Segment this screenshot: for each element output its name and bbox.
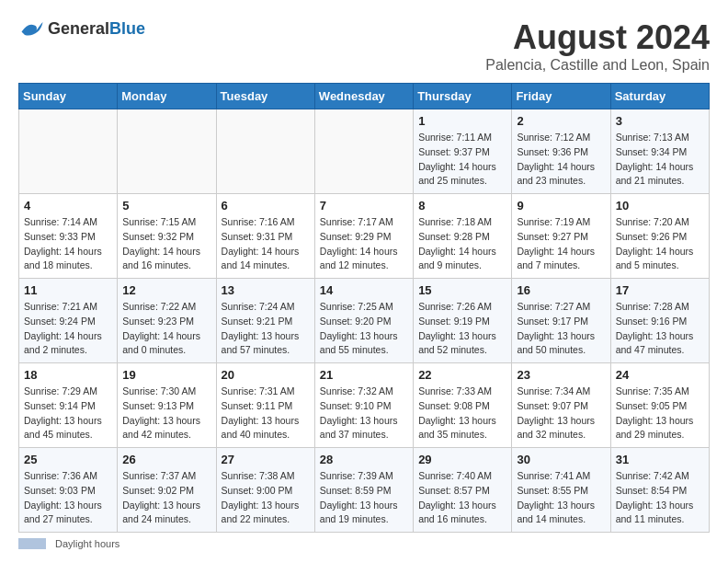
day-info: Sunrise: 7:36 AM Sunset: 9:03 PM Dayligh…: [24, 469, 112, 527]
day-info: Sunrise: 7:14 AM Sunset: 9:33 PM Dayligh…: [24, 215, 112, 273]
calendar-cell: 18Sunrise: 7:29 AM Sunset: 9:14 PM Dayli…: [19, 363, 118, 448]
calendar-cell: 14Sunrise: 7:25 AM Sunset: 9:20 PM Dayli…: [314, 279, 413, 363]
day-number: 2: [517, 114, 605, 128]
calendar-cell: 26Sunrise: 7:37 AM Sunset: 9:02 PM Dayli…: [118, 448, 216, 533]
day-info: Sunrise: 7:15 AM Sunset: 9:32 PM Dayligh…: [122, 215, 210, 273]
header-row: SundayMondayTuesdayWednesdayThursdayFrid…: [19, 84, 710, 109]
calendar-cell: 4Sunrise: 7:14 AM Sunset: 9:33 PM Daylig…: [19, 194, 118, 279]
day-number: 8: [418, 199, 506, 213]
day-info: Sunrise: 7:38 AM Sunset: 9:00 PM Dayligh…: [222, 469, 310, 527]
day-number: 21: [320, 368, 408, 382]
day-number: 3: [616, 114, 704, 128]
week-row-2: 4Sunrise: 7:14 AM Sunset: 9:33 PM Daylig…: [19, 194, 710, 279]
header-day-thursday: Thursday: [414, 84, 512, 109]
logo-bird-icon: [18, 18, 44, 39]
day-number: 24: [616, 368, 704, 382]
day-info: Sunrise: 7:16 AM Sunset: 9:31 PM Dayligh…: [222, 215, 310, 273]
title-area: August 2024 Palencia, Castille and Leon,…: [485, 18, 710, 74]
day-number: 17: [616, 283, 704, 297]
week-row-1: 1Sunrise: 7:11 AM Sunset: 9:37 PM Daylig…: [19, 109, 710, 194]
calendar-cell: 20Sunrise: 7:31 AM Sunset: 9:11 PM Dayli…: [216, 363, 314, 448]
day-number: 18: [24, 368, 112, 382]
day-number: 20: [222, 368, 310, 382]
day-info: Sunrise: 7:37 AM Sunset: 9:02 PM Dayligh…: [122, 469, 210, 527]
week-row-4: 18Sunrise: 7:29 AM Sunset: 9:14 PM Dayli…: [19, 363, 710, 448]
header-day-saturday: Saturday: [610, 84, 709, 109]
calendar-cell: 1Sunrise: 7:11 AM Sunset: 9:37 PM Daylig…: [414, 109, 512, 194]
day-info: Sunrise: 7:27 AM Sunset: 9:17 PM Dayligh…: [517, 300, 605, 358]
day-number: 28: [320, 453, 408, 466]
day-number: 29: [418, 453, 506, 466]
day-info: Sunrise: 7:33 AM Sunset: 9:08 PM Dayligh…: [418, 385, 506, 442]
week-row-3: 11Sunrise: 7:21 AM Sunset: 9:24 PM Dayli…: [19, 279, 710, 363]
calendar-cell: 5Sunrise: 7:15 AM Sunset: 9:32 PM Daylig…: [118, 194, 216, 279]
calendar-cell: 30Sunrise: 7:41 AM Sunset: 8:55 PM Dayli…: [512, 448, 610, 533]
calendar-cell: 15Sunrise: 7:26 AM Sunset: 9:19 PM Dayli…: [414, 279, 512, 363]
day-info: Sunrise: 7:20 AM Sunset: 9:26 PM Dayligh…: [616, 215, 704, 273]
day-number: 15: [418, 283, 506, 297]
header-day-tuesday: Tuesday: [216, 84, 314, 109]
day-number: 11: [24, 283, 112, 297]
calendar-cell: 8Sunrise: 7:18 AM Sunset: 9:28 PM Daylig…: [414, 194, 512, 279]
calendar-cell: [118, 109, 216, 194]
day-info: Sunrise: 7:17 AM Sunset: 9:29 PM Dayligh…: [320, 215, 408, 273]
header-day-friday: Friday: [512, 84, 610, 109]
day-number: 6: [222, 199, 310, 213]
header-day-sunday: Sunday: [19, 84, 118, 109]
calendar-cell: 21Sunrise: 7:32 AM Sunset: 9:10 PM Dayli…: [314, 363, 413, 448]
calendar-cell: 27Sunrise: 7:38 AM Sunset: 9:00 PM Dayli…: [216, 448, 314, 533]
day-number: 14: [320, 283, 408, 297]
day-info: Sunrise: 7:40 AM Sunset: 8:57 PM Dayligh…: [418, 469, 506, 527]
footer-bar: Daylight hours: [18, 538, 710, 549]
calendar-cell: 22Sunrise: 7:33 AM Sunset: 9:08 PM Dayli…: [414, 363, 512, 448]
calendar-cell: [314, 109, 413, 194]
day-number: 1: [418, 114, 506, 128]
day-number: 30: [517, 453, 605, 466]
day-info: Sunrise: 7:34 AM Sunset: 9:07 PM Dayligh…: [517, 385, 605, 442]
week-row-5: 25Sunrise: 7:36 AM Sunset: 9:03 PM Dayli…: [19, 448, 710, 533]
calendar-cell: 7Sunrise: 7:17 AM Sunset: 9:29 PM Daylig…: [314, 194, 413, 279]
day-number: 5: [122, 199, 210, 213]
day-info: Sunrise: 7:25 AM Sunset: 9:20 PM Dayligh…: [320, 300, 408, 358]
day-info: Sunrise: 7:24 AM Sunset: 9:21 PM Dayligh…: [222, 300, 310, 358]
calendar-cell: 31Sunrise: 7:42 AM Sunset: 8:54 PM Dayli…: [610, 448, 709, 533]
calendar-cell: 9Sunrise: 7:19 AM Sunset: 9:27 PM Daylig…: [512, 194, 610, 279]
day-number: 26: [122, 453, 210, 466]
daylight-swatch: [18, 538, 46, 549]
day-info: Sunrise: 7:35 AM Sunset: 9:05 PM Dayligh…: [616, 385, 704, 442]
calendar-cell: 24Sunrise: 7:35 AM Sunset: 9:05 PM Dayli…: [610, 363, 709, 448]
day-number: 16: [517, 283, 605, 297]
day-number: 4: [24, 199, 112, 213]
calendar-cell: 28Sunrise: 7:39 AM Sunset: 8:59 PM Dayli…: [314, 448, 413, 533]
calendar-cell: 3Sunrise: 7:13 AM Sunset: 9:34 PM Daylig…: [610, 109, 709, 194]
day-number: 22: [418, 368, 506, 382]
day-info: Sunrise: 7:12 AM Sunset: 9:36 PM Dayligh…: [517, 131, 605, 189]
calendar-cell: 23Sunrise: 7:34 AM Sunset: 9:07 PM Dayli…: [512, 363, 610, 448]
day-info: Sunrise: 7:22 AM Sunset: 9:23 PM Dayligh…: [122, 300, 210, 358]
calendar-cell: 12Sunrise: 7:22 AM Sunset: 9:23 PM Dayli…: [118, 279, 216, 363]
logo: GeneralBlue: [18, 18, 145, 39]
day-info: Sunrise: 7:18 AM Sunset: 9:28 PM Dayligh…: [418, 215, 506, 273]
main-title: August 2024: [485, 18, 710, 57]
header-day-wednesday: Wednesday: [314, 84, 413, 109]
day-number: 12: [122, 283, 210, 297]
logo-blue-text: Blue: [109, 19, 145, 38]
calendar-body: 1Sunrise: 7:11 AM Sunset: 9:37 PM Daylig…: [19, 109, 710, 533]
day-number: 10: [616, 199, 704, 213]
calendar-cell: 16Sunrise: 7:27 AM Sunset: 9:17 PM Dayli…: [512, 279, 610, 363]
day-number: 23: [517, 368, 605, 382]
day-number: 25: [24, 453, 112, 466]
day-info: Sunrise: 7:31 AM Sunset: 9:11 PM Dayligh…: [222, 385, 310, 442]
day-info: Sunrise: 7:42 AM Sunset: 8:54 PM Dayligh…: [616, 469, 704, 527]
day-number: 31: [616, 453, 704, 466]
calendar-table: SundayMondayTuesdayWednesdayThursdayFrid…: [18, 83, 710, 533]
daylight-label: Daylight hours: [55, 538, 119, 549]
day-info: Sunrise: 7:13 AM Sunset: 9:34 PM Dayligh…: [616, 131, 704, 189]
calendar-cell: 29Sunrise: 7:40 AM Sunset: 8:57 PM Dayli…: [414, 448, 512, 533]
day-info: Sunrise: 7:19 AM Sunset: 9:27 PM Dayligh…: [517, 215, 605, 273]
calendar-cell: 10Sunrise: 7:20 AM Sunset: 9:26 PM Dayli…: [610, 194, 709, 279]
calendar-header: SundayMondayTuesdayWednesdayThursdayFrid…: [19, 84, 710, 109]
day-info: Sunrise: 7:21 AM Sunset: 9:24 PM Dayligh…: [24, 300, 112, 358]
calendar-cell: 6Sunrise: 7:16 AM Sunset: 9:31 PM Daylig…: [216, 194, 314, 279]
calendar-cell: 17Sunrise: 7:28 AM Sunset: 9:16 PM Dayli…: [610, 279, 709, 363]
